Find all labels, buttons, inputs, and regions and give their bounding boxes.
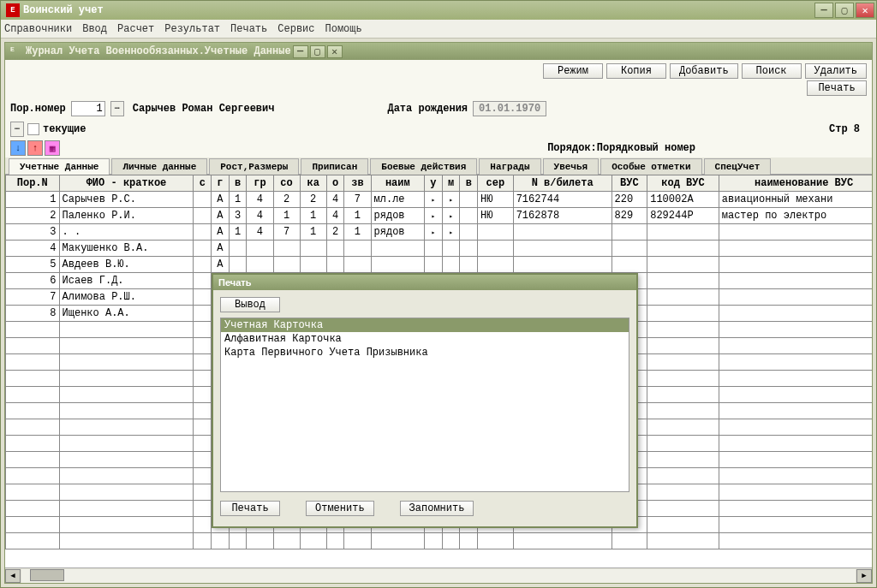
cell-zv[interactable] [344, 241, 371, 257]
cell-n[interactable]: 2 [6, 208, 60, 224]
column-header[interactable]: о [326, 175, 344, 192]
cell-naim[interactable]: мл.ле [371, 192, 425, 208]
cell-g[interactable]: А [212, 224, 230, 241]
column-header[interactable]: м [442, 175, 460, 192]
cell-ka[interactable]: 1 [300, 224, 326, 241]
cell-kod[interactable] [647, 306, 719, 322]
column-header[interactable]: Пор.N [6, 175, 60, 192]
cell-kod[interactable] [647, 257, 719, 273]
cell-kod[interactable] [647, 289, 719, 306]
cell-kod[interactable] [647, 224, 719, 241]
menu-item[interactable]: Ввод [82, 23, 107, 35]
cell-fio[interactable]: Макушенко В.А. [59, 241, 194, 257]
dialog-remember-button[interactable]: Запомнить [400, 501, 474, 516]
cell-so[interactable]: 1 [273, 208, 300, 224]
table-row[interactable]: 1Сарычев Р.С.А142247мл.ле▸▸НЮ71627442201… [6, 192, 873, 208]
cell-bilet[interactable]: 7162744 [513, 192, 612, 208]
column-header[interactable]: N в/билета [513, 175, 612, 192]
grid-icon[interactable]: ▦ [45, 140, 60, 156]
cell-n[interactable]: 4 [6, 241, 60, 257]
cell-u[interactable]: ▸ [425, 224, 443, 241]
inner-maximize-button[interactable]: ▢ [310, 45, 325, 58]
tab-5[interactable]: Награды [479, 158, 540, 175]
cell-s[interactable] [194, 192, 212, 208]
inner-close-button[interactable]: ✕ [327, 45, 343, 58]
cell-s[interactable] [194, 208, 212, 224]
column-header[interactable]: у [425, 175, 443, 192]
table-row[interactable]: 4Макушенко В.А.А [6, 241, 873, 257]
cell-nvus[interactable] [719, 306, 872, 322]
cell-s[interactable] [194, 224, 212, 241]
cell-naim[interactable]: рядов [371, 224, 425, 241]
cell-kod[interactable]: 829244Р [647, 208, 719, 224]
cell-bilet[interactable] [513, 241, 612, 257]
column-header[interactable]: ка [300, 175, 326, 192]
scroll-track[interactable] [21, 569, 856, 583]
sort-up-icon[interactable]: ↑ [27, 140, 43, 156]
cell-ka[interactable]: 2 [300, 192, 326, 208]
cell-ser[interactable]: НЮ [478, 192, 514, 208]
cell-ka[interactable] [300, 257, 326, 273]
cell-naim[interactable] [371, 241, 425, 257]
print-button[interactable]: Печать [807, 80, 867, 96]
cell-vv[interactable] [460, 192, 478, 208]
cell-u[interactable]: ▸ [425, 208, 443, 224]
tab-8[interactable]: СпецУчет [704, 158, 772, 175]
cell-ka[interactable]: 1 [300, 208, 326, 224]
cell-so[interactable]: 7 [273, 224, 300, 241]
search-button[interactable]: Поиск [742, 63, 802, 79]
cell-nvus[interactable] [719, 257, 872, 273]
cell-m[interactable]: ▸ [442, 192, 460, 208]
cell-g[interactable]: А [212, 241, 230, 257]
column-header[interactable]: наим [371, 175, 425, 192]
close-button[interactable]: ✕ [856, 3, 874, 18]
maximize-button[interactable]: ▢ [835, 3, 854, 18]
dialog-cancel-button[interactable]: Отменить [306, 501, 374, 516]
cell-vv[interactable] [460, 208, 478, 224]
menu-item[interactable]: Расчет [117, 23, 154, 35]
scroll-left-button[interactable]: ◀ [5, 569, 21, 583]
cell-fio[interactable]: Ищенко А.А. [59, 306, 194, 322]
cell-nvus[interactable] [719, 241, 872, 257]
cell-fio[interactable]: Паленко Р.И. [59, 208, 194, 224]
column-header[interactable]: г [212, 175, 230, 192]
cell-s[interactable] [194, 241, 212, 257]
cell-zv[interactable]: 7 [344, 192, 371, 208]
cell-v[interactable] [229, 257, 247, 273]
cell-so[interactable] [273, 241, 300, 257]
mode-button[interactable]: Режим [543, 63, 603, 79]
cell-o[interactable]: 4 [326, 208, 344, 224]
menu-item[interactable]: Справочники [4, 23, 72, 35]
dialog-print-button[interactable]: Печать [220, 501, 280, 516]
table-row-empty[interactable] [6, 533, 873, 549]
cell-s[interactable] [194, 273, 212, 289]
cell-o[interactable]: 4 [326, 192, 344, 208]
inner-minimize-button[interactable]: — [293, 45, 308, 58]
cell-vv[interactable] [460, 241, 478, 257]
tab-2[interactable]: Рост,Размеры [209, 158, 299, 175]
cell-nvus[interactable] [719, 289, 872, 306]
cell-vus[interactable] [612, 241, 647, 257]
sort-down-icon[interactable]: ↓ [10, 140, 26, 156]
por-input[interactable] [71, 101, 105, 116]
cell-so[interactable]: 2 [273, 192, 300, 208]
minimize-button[interactable]: — [814, 3, 833, 18]
table-row[interactable]: 2Паленко Р.И.А341141рядов▸▸НЮ71628788298… [6, 208, 873, 224]
column-header[interactable]: с [194, 175, 212, 192]
cell-m[interactable]: ▸ [442, 224, 460, 241]
column-header[interactable]: гр [247, 175, 273, 192]
cell-ser[interactable] [478, 241, 514, 257]
cell-m[interactable]: ▸ [442, 208, 460, 224]
cell-gr[interactable]: 4 [247, 208, 273, 224]
cell-gr[interactable] [247, 241, 273, 257]
cell-g[interactable]: А [212, 208, 230, 224]
cell-n[interactable]: 5 [6, 257, 60, 273]
table-row[interactable]: 5Авдеев В.Ю.А [6, 257, 873, 273]
tab-1[interactable]: Личные данные [111, 158, 207, 175]
cell-fio[interactable]: Авдеев В.Ю. [59, 257, 194, 273]
cell-gr[interactable] [247, 257, 273, 273]
tab-3[interactable]: Приписан [301, 158, 368, 175]
cell-fio[interactable]: . . [59, 224, 194, 241]
por-lookup-button[interactable]: ⋯ [110, 101, 124, 116]
column-header[interactable]: в [229, 175, 247, 192]
